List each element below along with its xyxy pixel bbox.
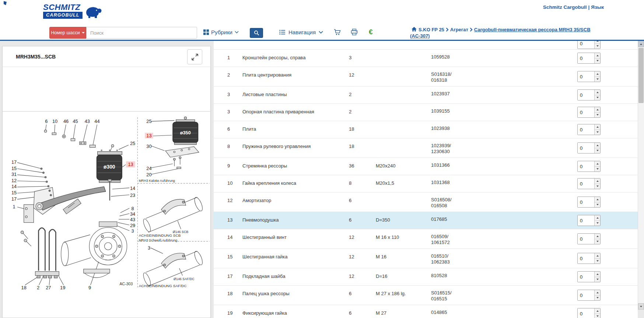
spinner-up-icon[interactable]	[595, 272, 600, 277]
spinner-up-icon[interactable]	[595, 124, 600, 130]
parts-row[interactable]: 15 Шестигранная гайка 12 M 16 016510/ 10…	[214, 249, 638, 268]
breadcrumb-item-2[interactable]: Агрегат	[450, 27, 468, 32]
navigation-menu[interactable]: Навигация	[279, 29, 323, 35]
brand-logo[interactable]: SCHMITZ CARGOBULL	[43, 3, 102, 19]
quantity-input[interactable]	[578, 290, 594, 300]
spinner-up-icon[interactable]	[595, 215, 600, 221]
svg-text:3: 3	[132, 228, 134, 234]
spinner-down-icon[interactable]	[595, 130, 600, 135]
row-pos: 6	[227, 126, 230, 132]
parts-row[interactable]: 9 Стремянка рессоры 36 M20x240 1031366	[214, 158, 638, 175]
parts-row[interactable]: 3 Опорная пластина приваренная 2 1039155	[214, 104, 638, 121]
top-link-language[interactable]: Язык	[591, 4, 604, 10]
expand-diagram-button[interactable]	[187, 49, 202, 64]
parts-row[interactable]: 1 Кронштейн рессоры, справа 3 1059528	[214, 50, 638, 67]
svg-text:23: 23	[130, 192, 135, 198]
parts-row[interactable]: 14 Шестигранный винт 12 M 16 x 110 01650…	[214, 229, 638, 249]
parts-row[interactable]: 18 Палец ушка рессоры 6 M 27 x 186 lg. S…	[214, 286, 638, 305]
row-dim: M 16 x 110	[376, 234, 399, 240]
spinner-down-icon[interactable]	[595, 202, 600, 208]
spinner-up-icon[interactable]	[595, 197, 600, 202]
highlighted-callout-13-main[interactable]: 13	[126, 161, 135, 167]
spinner-up-icon[interactable]	[595, 179, 600, 184]
spinner-up-icon[interactable]	[595, 161, 600, 167]
scroll-up-button[interactable]	[638, 41, 644, 47]
parts-row[interactable]: 19 Фиксирующая гайка 6 M 27 014865	[214, 305, 638, 318]
spinner-down-icon[interactable]	[595, 239, 600, 244]
cart-button[interactable]	[334, 29, 341, 37]
highlighted-callout-13-sub[interactable]: 13	[145, 133, 153, 139]
parts-row[interactable]: 17 Подкладная шайба 12 D=16 810528	[214, 268, 638, 286]
parts-row[interactable]: 10 Гайка крепления колеса 8 M20x1,5 1031…	[214, 175, 638, 192]
parts-table-body: 1 Кронштейн рессоры, справа 3 1059528 2 …	[214, 50, 638, 318]
currency-button[interactable]: €	[369, 28, 373, 36]
spinner-down-icon[interactable]	[595, 259, 600, 264]
quantity-input[interactable]	[578, 253, 594, 264]
print-button[interactable]	[351, 29, 358, 37]
row-pos: 12	[227, 198, 232, 203]
spinner-up-icon[interactable]	[595, 107, 600, 113]
spinner-up-icon[interactable]	[595, 71, 600, 77]
spinner-down-icon[interactable]	[595, 148, 600, 153]
parts-row-clipped[interactable]	[214, 41, 638, 50]
parts-row[interactable]: 12 Амортизатор 6 S016508/ 016508	[214, 192, 638, 212]
spinner-buttons	[594, 234, 600, 244]
spinner-up-icon[interactable]	[595, 90, 600, 95]
top-link-brand[interactable]: Schmitz Cargobull	[543, 4, 587, 10]
chassis-number-button[interactable]: Номер шасси	[49, 27, 86, 39]
spinner-up-icon[interactable]	[595, 143, 600, 148]
quantity-input[interactable]	[578, 197, 594, 207]
quantity-input[interactable]	[578, 179, 594, 189]
search-button[interactable]	[250, 28, 263, 38]
row-pos: 2	[227, 72, 230, 78]
home-icon[interactable]	[412, 27, 417, 32]
spinner-down-icon[interactable]	[595, 314, 600, 318]
spinner-up-icon[interactable]	[595, 41, 600, 44]
spinner-down-icon[interactable]	[595, 44, 600, 49]
spinner-up-icon[interactable]	[595, 253, 600, 259]
quantity-input[interactable]	[578, 161, 594, 172]
parts-row[interactable]: 13 Пневмоподушка 6 D=350 017685	[214, 212, 638, 229]
top-links-separator: |	[588, 4, 590, 10]
spinner-buttons	[594, 41, 600, 49]
spinner-up-icon[interactable]	[595, 53, 600, 59]
quantity-input[interactable]	[578, 124, 594, 135]
vertical-scrollbar[interactable]	[638, 41, 644, 310]
spinner-down-icon[interactable]	[595, 296, 600, 301]
svg-text:MRH3 Kalotte Auführung: MRH3 Kalotte Auführung	[139, 179, 175, 183]
spinner-buttons	[594, 290, 600, 300]
quantity-input[interactable]	[578, 90, 594, 100]
spinner-down-icon[interactable]	[595, 221, 600, 226]
parts-row[interactable]: 3 Листовые пластины 2 1023937	[214, 86, 638, 104]
quantity-input[interactable]	[578, 272, 594, 282]
quantity-input[interactable]	[578, 41, 594, 49]
chevron-down-icon	[235, 31, 239, 33]
row-qty: 12	[349, 254, 354, 259]
parts-row[interactable]: 8 Пружина рулевого управления 18 1023939…	[214, 138, 638, 158]
spinner-down-icon[interactable]	[595, 184, 600, 189]
spinner-up-icon[interactable]	[595, 290, 600, 296]
quantity-input[interactable]	[578, 71, 594, 82]
spinner-up-icon[interactable]	[595, 234, 600, 239]
scroll-down-button[interactable]	[638, 303, 644, 310]
quantity-input[interactable]	[578, 53, 594, 63]
quantity-input[interactable]	[578, 215, 594, 226]
quantity-input[interactable]	[578, 143, 594, 153]
rubrics-menu[interactable]: Рубрики	[203, 29, 239, 35]
quantity-input[interactable]	[578, 234, 594, 244]
breadcrumb-item-1[interactable]: S.KO FP 25	[419, 27, 444, 32]
parts-row[interactable]: 2 Плита центрирования 12 S016318/ 016318	[214, 67, 638, 86]
spinner-down-icon[interactable]	[595, 113, 600, 118]
spinner-down-icon[interactable]	[595, 277, 600, 282]
spinner-down-icon[interactable]	[595, 77, 600, 82]
spinner-down-icon[interactable]	[595, 59, 600, 64]
quantity-input[interactable]	[578, 308, 594, 318]
scrollbar-thumb[interactable]	[638, 48, 644, 103]
search-input[interactable]	[86, 27, 197, 39]
spinner-up-icon[interactable]	[595, 308, 600, 314]
row-part: 1039155	[431, 108, 450, 114]
parts-row[interactable]: 6 Плита 18 1023938	[214, 121, 638, 138]
quantity-input[interactable]	[578, 107, 594, 117]
spinner-down-icon[interactable]	[595, 95, 600, 100]
spinner-down-icon[interactable]	[595, 167, 600, 172]
